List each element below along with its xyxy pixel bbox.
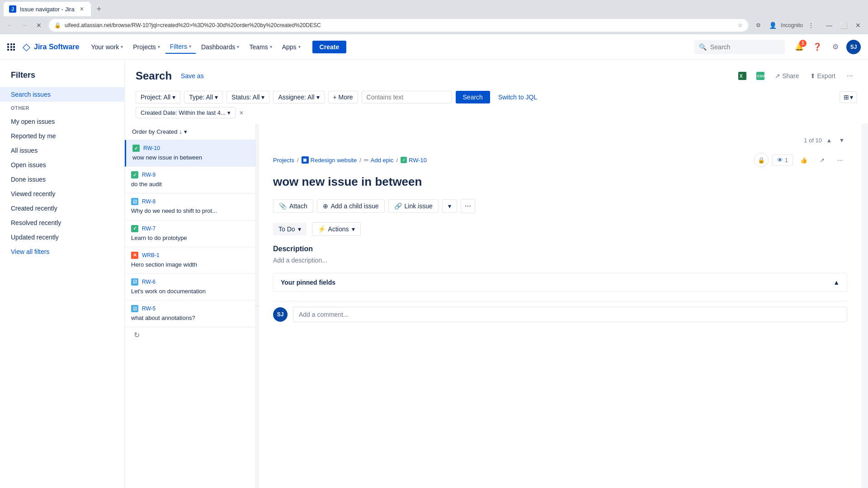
issue-key: WRB-1: [142, 252, 160, 258]
sidebar-item-search-issues[interactable]: Search issues: [0, 87, 124, 102]
breadcrumb-project[interactable]: ▣ Redesign website: [302, 156, 357, 164]
menu-btn[interactable]: ⋮: [805, 19, 817, 32]
type-filter[interactable]: Type: All ▾: [184, 91, 223, 103]
create-button[interactable]: Create: [312, 41, 347, 53]
issue-key-breadcrumb[interactable]: RW-10: [409, 157, 427, 164]
project-name[interactable]: Redesign website: [311, 157, 357, 164]
switch-to-jql-btn[interactable]: Switch to JQL: [494, 91, 542, 103]
sidebar-item-updated[interactable]: Updated recently: [0, 230, 124, 244]
issue-item-wrb1[interactable]: ✕ WRB-1 Hero section image width: [125, 247, 255, 274]
thumbs-up-btn[interactable]: 👍: [797, 153, 811, 167]
forward-btn[interactable]: →: [18, 19, 31, 32]
active-tab[interactable]: J Issue navigator - Jira ✕: [4, 2, 91, 16]
tab-close-btn[interactable]: ✕: [78, 5, 85, 13]
action-more-btn[interactable]: ⋯: [461, 199, 475, 213]
nav-teams[interactable]: Teams ▾: [245, 41, 276, 53]
status-todo-btn[interactable]: To Do ▾: [273, 223, 307, 235]
share-button[interactable]: ↗ Share: [771, 69, 802, 83]
pinned-fields-header[interactable]: Your pinned fields ▲: [281, 279, 840, 286]
close-btn[interactable]: ✕: [852, 19, 864, 32]
more-options-btn[interactable]: ⋯: [843, 69, 857, 83]
search-button[interactable]: Search: [456, 91, 490, 103]
issue-item-rw6[interactable]: ☑ RW-6 Let's work on documentation: [125, 274, 255, 300]
description-placeholder[interactable]: Add a description...: [273, 257, 847, 264]
nav-apps[interactable]: Apps ▾: [278, 41, 305, 53]
more-detail-btn[interactable]: ⋯: [833, 153, 847, 167]
project-filter-label: Project: All: [141, 94, 170, 101]
more-actions-expand-btn[interactable]: ▾: [442, 199, 457, 213]
actions-dropdown-btn[interactable]: ⚡ Actions ▾: [312, 222, 361, 236]
csv-export-btn[interactable]: CSV: [753, 69, 768, 83]
bookmark-icon[interactable]: ☆: [738, 22, 743, 28]
sidebar-item-reported[interactable]: Reported by me: [0, 129, 124, 143]
sidebar-item-viewed[interactable]: Viewed recently: [0, 187, 124, 201]
description-section: Description Add a description...: [273, 245, 847, 264]
comment-input[interactable]: Add a comment...: [293, 307, 847, 322]
user-avatar[interactable]: SJ: [846, 40, 861, 54]
notifications-btn[interactable]: 🔔 1: [792, 40, 807, 54]
profile-btn[interactable]: 👤: [766, 19, 779, 32]
issue-detail-panel: 1 of 10 ▲ ▼ Projects / ▣ Redesign websit…: [259, 124, 862, 488]
brand-logo[interactable]: ◇ Jira Software: [23, 41, 79, 53]
nav-search-input[interactable]: [710, 43, 780, 51]
browser-tab-bar: J Issue navigator - Jira ✕ +: [0, 0, 868, 16]
sidebar-item-created[interactable]: Created recently: [0, 201, 124, 216]
nav-search-box[interactable]: 🔍: [694, 40, 785, 54]
reload-btn[interactable]: ✕: [33, 19, 45, 32]
nav-logo[interactable]: [7, 43, 15, 51]
export-button[interactable]: ⬆ Export: [807, 69, 839, 83]
save-as-button[interactable]: Save as: [177, 70, 208, 81]
help-btn[interactable]: ❓: [810, 40, 825, 54]
share-detail-btn[interactable]: ↗: [815, 153, 829, 167]
lock-btn[interactable]: 🔒: [754, 153, 769, 167]
add-epic-link[interactable]: Add epic: [371, 157, 394, 164]
nav-projects[interactable]: Projects ▾: [128, 41, 165, 53]
view-options-btn[interactable]: ⊞ ▾: [840, 91, 857, 103]
project-filter[interactable]: Project: All ▾: [136, 91, 180, 103]
new-tab-btn[interactable]: +: [93, 3, 105, 15]
next-page-btn[interactable]: ▼: [836, 135, 847, 145]
assignee-filter[interactable]: Assignee: All ▾: [273, 91, 324, 103]
breadcrumb-epic[interactable]: ✏ Add epic: [364, 157, 394, 164]
sidebar-item-resolved[interactable]: Resolved recently: [0, 216, 124, 230]
main-content: Search Save as X CSV ↗ Share ⬆ Exp: [125, 60, 868, 488]
sidebar-item-done[interactable]: Done issues: [0, 172, 124, 187]
minimize-btn[interactable]: —: [823, 19, 835, 32]
nav-dashboards[interactable]: Dashboards ▾: [197, 41, 244, 53]
breadcrumb-projects[interactable]: Projects: [273, 157, 294, 164]
maximize-btn[interactable]: ⬜: [837, 19, 850, 32]
chevron-down-icon: ▾: [172, 94, 175, 101]
prev-page-btn[interactable]: ▲: [824, 135, 835, 145]
order-by-label[interactable]: Order by Created ↓ ▾: [132, 128, 187, 135]
link-issue-btn[interactable]: 🔗 Link issue: [388, 199, 439, 213]
nav-your-work[interactable]: Your work ▾: [86, 41, 127, 53]
sidebar-item-all[interactable]: All issues: [0, 143, 124, 158]
issue-item-rw9[interactable]: ✓ RW-9 do the audit: [125, 167, 255, 193]
watch-btn[interactable]: 👁 1: [772, 155, 793, 166]
back-btn[interactable]: ←: [4, 19, 16, 32]
status-filter[interactable]: Status: All ▾: [226, 91, 269, 103]
clear-date-filter-btn[interactable]: ✕: [239, 110, 244, 116]
nav-filters[interactable]: Filters ▾: [165, 40, 196, 54]
watch-count: 1: [785, 157, 788, 164]
url-bar[interactable]: 🔒 uifeed.atlassian.net/browse/RW-10?jql=…: [49, 19, 748, 32]
add-child-issue-btn[interactable]: ⊕ Add a child issue: [317, 199, 385, 213]
apps-grid-icon[interactable]: [7, 43, 15, 51]
contains-text-input[interactable]: [362, 91, 452, 103]
refresh-icon[interactable]: ↻: [132, 329, 142, 341]
detail-scrollbar[interactable]: [862, 124, 868, 488]
sidebar-item-my-open[interactable]: My open issues: [0, 114, 124, 129]
issue-item-rw10[interactable]: ✓ RW-10 wow new issue in between: [125, 140, 255, 167]
sidebar-view-all-filters[interactable]: View all filters: [0, 244, 124, 259]
export-label: Export: [817, 72, 835, 80]
settings-btn[interactable]: ⚙: [828, 40, 843, 54]
issue-key: RW-9: [142, 172, 156, 178]
extensions-btn[interactable]: ⚙: [752, 19, 764, 32]
excel-export-btn[interactable]: X: [735, 69, 750, 83]
sidebar-item-open[interactable]: Open issues: [0, 158, 124, 172]
attach-btn[interactable]: 📎 Attach: [273, 199, 313, 213]
issue-item-rw5[interactable]: ☑ RW-5 what about annotations?: [125, 300, 255, 327]
issue-item-rw7[interactable]: ✓ RW-7 Learn to do prototype: [125, 221, 255, 247]
more-filters-btn[interactable]: + More: [328, 91, 358, 103]
issue-item-rw8[interactable]: ☑ RW-8 Why do we need to shift to prot..…: [125, 193, 255, 220]
